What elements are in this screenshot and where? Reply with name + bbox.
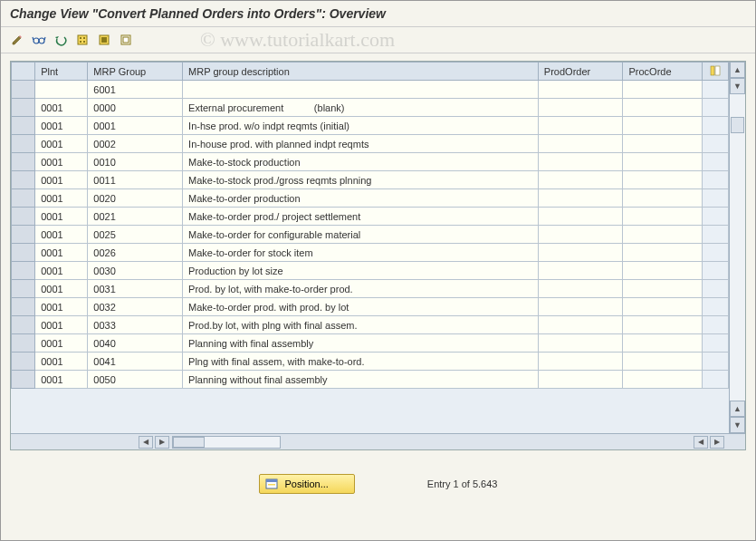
prod-input[interactable] xyxy=(539,171,623,188)
prod-input[interactable] xyxy=(539,153,623,170)
cell-prod-order[interactable] xyxy=(538,298,623,316)
horizontal-scrollbar[interactable]: ◀ ▶ ◀ ▶ xyxy=(11,433,745,449)
desc-input[interactable] xyxy=(183,153,538,170)
desc-input[interactable] xyxy=(183,353,538,370)
col-header-mrp-group[interactable]: MRP Group xyxy=(88,63,183,81)
proc-input[interactable] xyxy=(623,117,701,134)
desc-input[interactable] xyxy=(183,280,538,297)
mrpg-input[interactable] xyxy=(88,353,182,370)
cell-mrp-desc[interactable] xyxy=(183,189,539,208)
scroll-down-button-2[interactable]: ▲ xyxy=(730,401,745,417)
cell-proc-order[interactable] xyxy=(623,262,702,280)
col-header-plnt[interactable]: Plnt xyxy=(35,63,88,81)
desc-input[interactable] xyxy=(183,316,538,333)
cell-plnt[interactable] xyxy=(35,99,88,117)
cell-proc-order[interactable] xyxy=(623,153,702,171)
cell-prod-order[interactable] xyxy=(538,153,623,171)
cell-proc-order[interactable] xyxy=(623,353,702,371)
toolbar-deselect-button[interactable] xyxy=(117,31,135,49)
vscroll-thumb[interactable] xyxy=(731,117,744,133)
cell-prod-order[interactable] xyxy=(538,81,623,99)
cell-mrp-group[interactable] xyxy=(88,280,183,298)
mrpg-input[interactable] xyxy=(88,371,182,388)
cell-plnt[interactable] xyxy=(35,208,88,226)
row-selector[interactable] xyxy=(12,316,35,334)
cell-mrp-desc[interactable] xyxy=(183,226,539,244)
cell-mrp-group[interactable] xyxy=(88,117,183,135)
mrpg-input[interactable] xyxy=(88,244,182,261)
toolbar-change-button[interactable] xyxy=(8,31,26,49)
row-selector[interactable] xyxy=(12,208,35,226)
cell-prod-order[interactable] xyxy=(538,208,623,226)
plnt-input[interactable] xyxy=(35,298,87,315)
cell-plnt[interactable] xyxy=(35,280,88,298)
hscroll-track[interactable] xyxy=(172,436,281,449)
cell-plnt[interactable] xyxy=(35,189,88,208)
cell-mrp-group[interactable] xyxy=(88,244,183,262)
cell-proc-order[interactable] xyxy=(623,99,702,117)
cell-mrp-desc[interactable] xyxy=(183,99,539,117)
desc-input[interactable] xyxy=(183,226,538,243)
plnt-input[interactable] xyxy=(35,280,87,297)
toolbar-select-all-button[interactable] xyxy=(73,31,91,49)
toolbar-select-block-button[interactable] xyxy=(95,31,113,49)
cell-mrp-desc[interactable] xyxy=(183,117,539,135)
cell-mrp-desc[interactable] xyxy=(183,153,539,171)
cell-prod-order[interactable] xyxy=(538,316,623,334)
desc-input[interactable] xyxy=(183,244,538,261)
plnt-input[interactable] xyxy=(35,99,87,116)
proc-input[interactable] xyxy=(623,316,701,333)
plnt-input[interactable] xyxy=(35,244,87,261)
desc-input[interactable] xyxy=(183,208,538,225)
plnt-input[interactable] xyxy=(35,226,87,243)
desc-input[interactable] xyxy=(183,171,538,188)
cell-plnt[interactable] xyxy=(35,226,88,244)
mrpg-input[interactable] xyxy=(88,262,182,279)
col-header-prod-order[interactable]: ProdOrder xyxy=(538,63,623,81)
cell-mrp-desc[interactable] xyxy=(183,135,539,153)
plnt-input[interactable] xyxy=(35,171,87,188)
proc-input[interactable] xyxy=(623,262,701,279)
mrpg-input[interactable] xyxy=(88,316,182,333)
plnt-input[interactable] xyxy=(35,117,87,134)
proc-input[interactable] xyxy=(623,353,701,370)
cell-proc-order[interactable] xyxy=(623,189,702,208)
mrpg-input[interactable] xyxy=(88,135,182,152)
cell-mrp-group[interactable] xyxy=(88,135,183,153)
cell-mrp-desc[interactable] xyxy=(183,334,539,353)
hscroll-left-button[interactable]: ◀ xyxy=(139,436,153,449)
cell-mrp-group[interactable] xyxy=(88,99,183,117)
cell-mrp-desc[interactable] xyxy=(183,262,539,280)
cell-mrp-group[interactable] xyxy=(88,81,183,99)
row-selector[interactable] xyxy=(12,371,35,389)
cell-mrp-group[interactable] xyxy=(88,298,183,316)
row-selector[interactable] xyxy=(12,280,35,298)
cell-mrp-desc[interactable] xyxy=(183,280,539,298)
vertical-scrollbar[interactable]: ▲ ▼ ▲ ▼ xyxy=(729,62,745,433)
desc-input[interactable] xyxy=(183,334,538,352)
cell-proc-order[interactable] xyxy=(623,117,702,135)
desc-input[interactable] xyxy=(183,117,538,134)
proc-input[interactable] xyxy=(623,135,701,152)
cell-plnt[interactable] xyxy=(35,371,88,389)
cell-prod-order[interactable] xyxy=(538,353,623,371)
prod-input[interactable] xyxy=(539,334,623,352)
cell-mrp-group[interactable] xyxy=(88,153,183,171)
row-selector-header[interactable] xyxy=(12,63,35,81)
proc-input[interactable] xyxy=(623,189,701,207)
cell-mrp-group[interactable] xyxy=(88,189,183,208)
cell-proc-order[interactable] xyxy=(623,135,702,153)
cell-plnt[interactable] xyxy=(35,117,88,135)
proc-input[interactable] xyxy=(623,208,701,225)
row-selector[interactable] xyxy=(12,171,35,189)
prod-input[interactable] xyxy=(539,189,623,207)
prod-input[interactable] xyxy=(539,135,623,152)
prod-input[interactable] xyxy=(539,371,623,388)
cell-mrp-desc[interactable] xyxy=(183,81,539,99)
desc-input[interactable] xyxy=(183,99,538,116)
col-header-mrp-desc[interactable]: MRP group description xyxy=(183,63,539,81)
mrpg-input[interactable] xyxy=(88,153,182,170)
row-selector[interactable] xyxy=(12,153,35,171)
row-selector[interactable] xyxy=(12,189,35,208)
cell-mrp-group[interactable] xyxy=(88,334,183,353)
